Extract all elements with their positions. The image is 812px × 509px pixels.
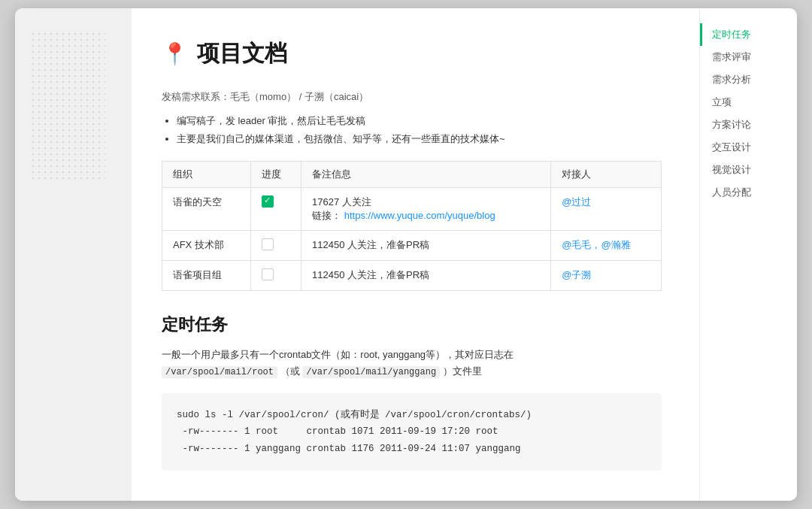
sidebar-right-item-0[interactable]: 定时任务 xyxy=(700,23,797,46)
sidebar-right-item-6[interactable]: 视觉设计 xyxy=(700,159,797,181)
checkbox-empty-2[interactable] xyxy=(262,268,274,280)
table-row: 语雀的天空 17627 人关注 链接： https://www.yuque.co… xyxy=(162,187,662,230)
table-header-row: 组织 进度 备注信息 对接人 xyxy=(162,161,662,187)
row3-note: 112450 人关注，准备PR稿 xyxy=(301,260,551,290)
row2-contact: @毛毛，@瀚雅 xyxy=(551,230,662,260)
bullet-list: 编写稿子，发 leader 审批，然后让毛毛发稿 主要是我们自己的媒体渠道，包括… xyxy=(177,114,662,146)
bullet-item-1: 编写稿子，发 leader 审批，然后让毛毛发稿 xyxy=(177,114,662,128)
app-window: 📍 项目文档 发稿需求联系：毛毛（momo） / 子溯（caicai） 编写稿子… xyxy=(15,8,797,501)
sidebar-right-item-1[interactable]: 需求评审 xyxy=(700,46,797,68)
pin-icon: 📍 xyxy=(162,41,188,66)
col-header-progress: 进度 xyxy=(251,161,301,187)
code-block: sudo ls -l /var/spool/cron/ (或有时是 /var/s… xyxy=(162,393,662,471)
sidebar-right-item-4[interactable]: 方案讨论 xyxy=(700,114,797,136)
row3-progress xyxy=(251,260,301,290)
section-description: 一般一个用户最多只有一个crontab文件（如：root, yanggang等）… xyxy=(162,347,662,380)
dot-pattern-decoration xyxy=(30,31,105,181)
row1-contact: @过过 xyxy=(551,187,662,230)
section-title: 定时任务 xyxy=(162,314,662,336)
sidebar-right-item-2[interactable]: 需求分析 xyxy=(700,68,797,91)
section-desc-line1: 一般一个用户最多只有一个crontab文件（如：root, yanggang等）… xyxy=(162,349,514,360)
row1-note-prefix: 链接： xyxy=(312,210,341,221)
row2-progress xyxy=(251,230,301,260)
section-desc-or: （或 xyxy=(280,365,300,377)
col-header-org: 组织 xyxy=(162,161,251,187)
sidebar-right-item-5[interactable]: 交互设计 xyxy=(700,136,797,159)
sidebar-left xyxy=(15,8,132,501)
page-title: 项目文档 xyxy=(197,38,287,69)
row2-note: 112450 人关注，准备PR稿 xyxy=(301,230,551,260)
sidebar-right-item-7[interactable]: 人员分配 xyxy=(700,181,797,204)
section-inline-code-1: /var/spool/mail/root xyxy=(162,366,277,378)
section-desc-suffix: ）文件里 xyxy=(443,365,482,377)
main-content: 📍 项目文档 发稿需求联系：毛毛（momo） / 子溯（caicai） 编写稿子… xyxy=(132,8,699,501)
checkbox-empty[interactable] xyxy=(262,238,274,250)
page-title-section: 📍 项目文档 xyxy=(162,38,662,69)
bullet-item-2: 主要是我们自己的媒体渠道，包括微信、知乎等，还有一些垂直的技术媒体~ xyxy=(177,132,662,146)
col-header-contact: 对接人 xyxy=(551,161,662,187)
sidebar-right: 定时任务 需求评审 需求分析 立项 方案讨论 交互设计 视觉设计 人员分配 xyxy=(699,8,797,501)
col-header-note: 备注信息 xyxy=(301,161,551,187)
row1-contact-name: @过过 xyxy=(562,196,591,208)
sidebar-right-item-3[interactable]: 立项 xyxy=(700,91,797,114)
section-inline-code-2: /var/spool/mail/yanggang xyxy=(302,366,440,378)
row3-contact-name: @子溯 xyxy=(562,269,591,280)
org-table: 组织 进度 备注信息 对接人 语雀的天空 17627 人关注 链接： ht xyxy=(162,161,662,291)
row2-contact-name: @毛毛，@瀚雅 xyxy=(562,239,630,250)
row2-org: AFX 技术部 xyxy=(162,230,251,260)
row1-org: 语雀的天空 xyxy=(162,187,251,230)
row1-progress xyxy=(251,187,301,230)
row3-contact: @子溯 xyxy=(551,260,662,290)
row1-note: 17627 人关注 链接： https://www.yuque.com/yuqu… xyxy=(301,187,551,230)
row1-link[interactable]: https://www.yuque.com/yuque/blog xyxy=(344,210,495,221)
subtitle-text: 发稿需求联系：毛毛（momo） / 子溯（caicai） xyxy=(162,90,662,104)
table-row: AFX 技术部 112450 人关注，准备PR稿 @毛毛，@瀚雅 xyxy=(162,230,662,260)
checkbox-checked[interactable] xyxy=(262,195,274,208)
row3-org: 语雀项目组 xyxy=(162,260,251,290)
row1-note-line1: 17627 人关注 xyxy=(312,196,371,208)
table-row: 语雀项目组 112450 人关注，准备PR稿 @子溯 xyxy=(162,260,662,290)
